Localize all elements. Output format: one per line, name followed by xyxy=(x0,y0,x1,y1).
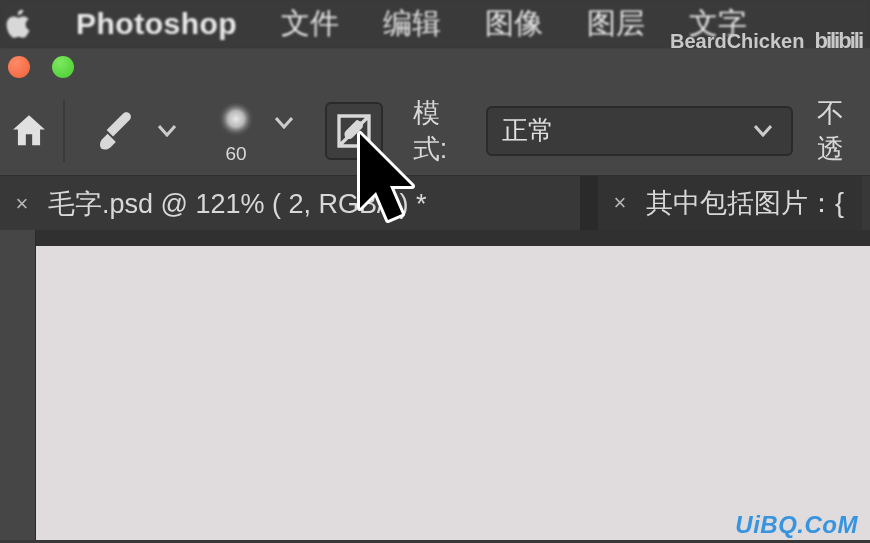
tab-title: 其中包括图片：{ xyxy=(646,185,844,221)
tab-title: 毛字.psd @ 121% ( 2, RGB/8) * xyxy=(48,186,427,222)
brush-settings-button[interactable] xyxy=(325,102,382,160)
blend-mode-label: 模式: xyxy=(413,95,474,167)
workspace xyxy=(0,230,870,540)
menu-image[interactable]: 图像 xyxy=(485,4,543,44)
chevron-down-icon xyxy=(749,117,777,145)
tool-chevron-icon[interactable] xyxy=(153,117,181,145)
bilibili-logo-icon: bilibili xyxy=(814,28,862,54)
opacity-label: 不透 xyxy=(817,95,870,167)
watermark-bottom-right: UiBQ.CoM xyxy=(735,511,858,539)
watermark-top-right: BeardChicken bilibili xyxy=(670,28,862,54)
brush-preset-chevron-icon[interactable] xyxy=(270,109,298,137)
window-close-button[interactable] xyxy=(8,56,30,78)
document-tab-active[interactable]: × 毛字.psd @ 121% ( 2, RGB/8) * xyxy=(0,176,580,230)
blend-mode-dropdown[interactable]: 正常 xyxy=(486,106,793,156)
document-tabs: × 毛字.psd @ 121% ( 2, RGB/8) * × 其中包括图片：{ xyxy=(0,176,870,230)
tab-close-icon[interactable]: × xyxy=(608,190,632,216)
app-title: Photoshop xyxy=(76,7,237,41)
window-maximize-button[interactable] xyxy=(52,56,74,78)
options-bar: 60 模式: 正常 不透 xyxy=(0,86,870,176)
brush-preset-picker[interactable]: 60 xyxy=(208,97,263,165)
watermark-author: BeardChicken xyxy=(670,30,805,53)
document-tab-inactive[interactable]: × 其中包括图片：{ xyxy=(598,176,862,230)
tools-panel[interactable] xyxy=(0,230,36,540)
menu-edit[interactable]: 编辑 xyxy=(383,4,441,44)
soft-brush-dab-icon xyxy=(214,97,258,141)
blend-mode-value: 正常 xyxy=(502,113,554,148)
canvas-area xyxy=(36,230,870,540)
divider xyxy=(63,100,65,162)
svg-point-0 xyxy=(218,101,254,137)
brush-tool-icon[interactable] xyxy=(81,98,146,164)
tab-separator xyxy=(580,176,598,230)
menu-file[interactable]: 文件 xyxy=(281,4,339,44)
home-button[interactable] xyxy=(2,107,55,155)
apple-icon[interactable] xyxy=(4,10,32,38)
canvas[interactable] xyxy=(36,246,870,540)
menu-layer[interactable]: 图层 xyxy=(587,4,645,44)
brush-size-value: 60 xyxy=(225,143,246,165)
tab-close-icon[interactable]: × xyxy=(10,191,34,217)
